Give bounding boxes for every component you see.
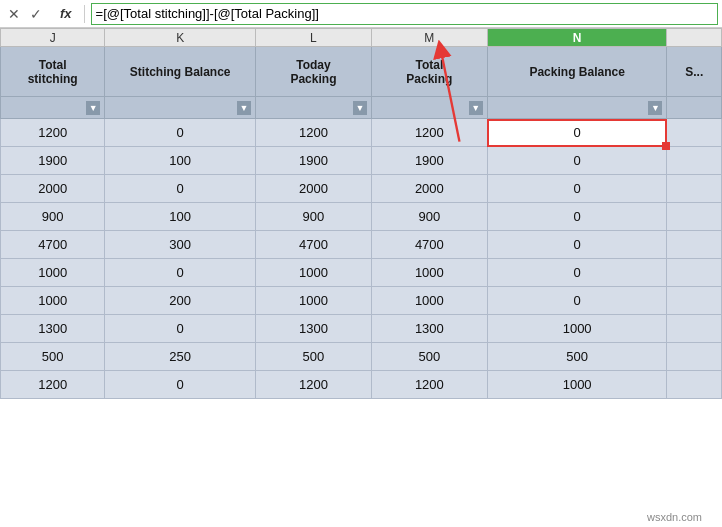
cell-n-1[interactable]: 0: [487, 147, 667, 175]
filter-n[interactable]: ▼: [487, 97, 667, 119]
cell-m-7[interactable]: 1300: [371, 315, 487, 343]
cell-m-3[interactable]: 900: [371, 203, 487, 231]
filter-arrow-k[interactable]: ▼: [237, 101, 251, 115]
filter-o[interactable]: [667, 97, 722, 119]
cell-o-4: [667, 231, 722, 259]
cell-k-2[interactable]: 0: [105, 175, 256, 203]
cell-k-8[interactable]: 250: [105, 343, 256, 371]
filter-row: ▼ ▼ ▼ ▼ ▼: [1, 97, 722, 119]
cell-j-5[interactable]: 1000: [1, 259, 105, 287]
filter-arrow-n[interactable]: ▼: [648, 101, 662, 115]
table-row: 13000130013001000: [1, 315, 722, 343]
cell-o-9: [667, 371, 722, 399]
cell-j-1[interactable]: 1900: [1, 147, 105, 175]
cell-k-9[interactable]: 0: [105, 371, 256, 399]
formula-icons: ✕ ✓: [4, 4, 50, 24]
cell-j-0[interactable]: 1200: [1, 119, 105, 147]
cell-o-5: [667, 259, 722, 287]
cell-k-7[interactable]: 0: [105, 315, 256, 343]
cell-l-8[interactable]: 500: [256, 343, 372, 371]
filter-arrow-m[interactable]: ▼: [469, 101, 483, 115]
cell-n-0[interactable]: 0: [487, 119, 667, 147]
field-s: S...: [667, 47, 722, 97]
table-row: 1900100190019000: [1, 147, 722, 175]
cell-o-1: [667, 147, 722, 175]
cell-n-4[interactable]: 0: [487, 231, 667, 259]
cell-m-0[interactable]: 1200: [371, 119, 487, 147]
spreadsheet-table: J K L M N Totalstitching Stitching Balan…: [0, 28, 722, 399]
col-header-o[interactable]: [667, 29, 722, 47]
table-row: 20000200020000: [1, 175, 722, 203]
col-header-row: J K L M N: [1, 29, 722, 47]
filter-arrow-j[interactable]: ▼: [86, 101, 100, 115]
cell-n-3[interactable]: 0: [487, 203, 667, 231]
cell-j-4[interactable]: 4700: [1, 231, 105, 259]
cell-o-7: [667, 315, 722, 343]
field-total-stitching: Totalstitching: [1, 47, 105, 97]
cell-l-9[interactable]: 1200: [256, 371, 372, 399]
cell-l-1[interactable]: 1900: [256, 147, 372, 175]
cell-k-0[interactable]: 0: [105, 119, 256, 147]
cell-k-3[interactable]: 100: [105, 203, 256, 231]
cell-l-0[interactable]: 1200: [256, 119, 372, 147]
filter-m[interactable]: ▼: [371, 97, 487, 119]
cell-m-6[interactable]: 1000: [371, 287, 487, 315]
col-header-l[interactable]: L: [256, 29, 372, 47]
cell-l-4[interactable]: 4700: [256, 231, 372, 259]
watermark: wsxdn.com: [647, 511, 702, 523]
cell-n-7[interactable]: 1000: [487, 315, 667, 343]
cell-n-8[interactable]: 500: [487, 343, 667, 371]
cell-m-4[interactable]: 4700: [371, 231, 487, 259]
cell-n-5[interactable]: 0: [487, 259, 667, 287]
cell-l-6[interactable]: 1000: [256, 287, 372, 315]
cell-m-2[interactable]: 2000: [371, 175, 487, 203]
cell-m-1[interactable]: 1900: [371, 147, 487, 175]
filter-j[interactable]: ▼: [1, 97, 105, 119]
cell-k-1[interactable]: 100: [105, 147, 256, 175]
table-row: 4700300470047000: [1, 231, 722, 259]
field-today-packing: TodayPacking: [256, 47, 372, 97]
confirm-icon[interactable]: ✓: [26, 4, 46, 24]
cell-j-3[interactable]: 900: [1, 203, 105, 231]
cell-j-6[interactable]: 1000: [1, 287, 105, 315]
cell-resize-handle[interactable]: [662, 142, 670, 150]
table-row: 12000120012000: [1, 119, 722, 147]
formula-input[interactable]: [91, 3, 718, 25]
cell-j-7[interactable]: 1300: [1, 315, 105, 343]
cell-k-6[interactable]: 200: [105, 287, 256, 315]
cell-k-5[interactable]: 0: [105, 259, 256, 287]
cell-j-2[interactable]: 2000: [1, 175, 105, 203]
col-header-j[interactable]: J: [1, 29, 105, 47]
field-total-packing: TotalPacking: [371, 47, 487, 97]
cell-l-2[interactable]: 2000: [256, 175, 372, 203]
cell-l-7[interactable]: 1300: [256, 315, 372, 343]
cell-o-3: [667, 203, 722, 231]
table-row: 1000200100010000: [1, 287, 722, 315]
col-header-n[interactable]: N: [487, 29, 667, 47]
col-header-k[interactable]: K: [105, 29, 256, 47]
table-row: 500250500500500: [1, 343, 722, 371]
cell-j-9[interactable]: 1200: [1, 371, 105, 399]
cell-n-9[interactable]: 1000: [487, 371, 667, 399]
cell-l-5[interactable]: 1000: [256, 259, 372, 287]
cell-m-9[interactable]: 1200: [371, 371, 487, 399]
field-stitching-balance: Stitching Balance: [105, 47, 256, 97]
field-name-row: Totalstitching Stitching Balance TodayPa…: [1, 47, 722, 97]
col-header-m[interactable]: M: [371, 29, 487, 47]
spreadsheet: J K L M N Totalstitching Stitching Balan…: [0, 28, 722, 527]
filter-l[interactable]: ▼: [256, 97, 372, 119]
cell-l-3[interactable]: 900: [256, 203, 372, 231]
cancel-icon[interactable]: ✕: [4, 4, 24, 24]
filter-k[interactable]: ▼: [105, 97, 256, 119]
formula-bar: ✕ ✓ fx: [0, 0, 722, 28]
formula-separator: [84, 5, 85, 23]
cell-n-2[interactable]: 0: [487, 175, 667, 203]
cell-m-8[interactable]: 500: [371, 343, 487, 371]
cell-j-8[interactable]: 500: [1, 343, 105, 371]
cell-m-5[interactable]: 1000: [371, 259, 487, 287]
filter-arrow-l[interactable]: ▼: [353, 101, 367, 115]
table-row: 10000100010000: [1, 259, 722, 287]
cell-o-0: [667, 119, 722, 147]
cell-k-4[interactable]: 300: [105, 231, 256, 259]
cell-n-6[interactable]: 0: [487, 287, 667, 315]
